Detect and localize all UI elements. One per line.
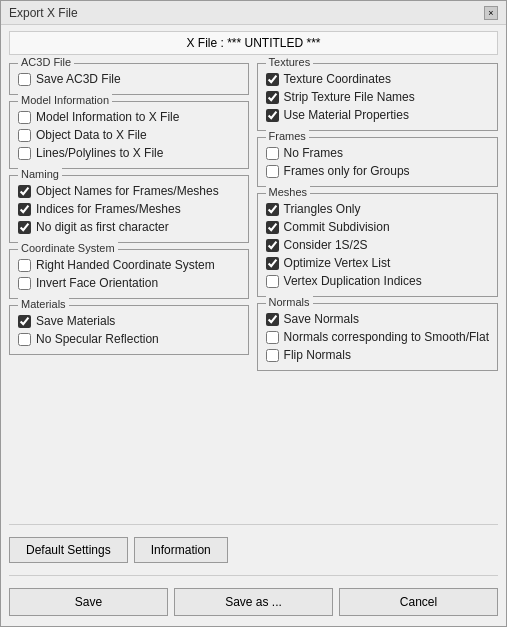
materials-group: Materials Save Materials No Specular Ref… (9, 305, 249, 355)
naming-label: Naming (18, 168, 62, 180)
action-buttons: Default Settings Information (9, 533, 498, 567)
save-materials-checkbox[interactable] (18, 315, 31, 328)
export-x-file-window: Export X File × X File : *** UNTITLED **… (0, 0, 507, 627)
obj-names-checkbox[interactable] (18, 185, 31, 198)
no-digit-label: No digit as first character (36, 220, 169, 234)
strip-tex-row: Strip Texture File Names (266, 88, 489, 106)
invert-face-label: Invert Face Orientation (36, 276, 158, 290)
object-data-x-label: Object Data to X File (36, 128, 147, 142)
no-specular-label: No Specular Reflection (36, 332, 159, 346)
save-ac3d-label: Save AC3D File (36, 72, 121, 86)
close-button[interactable]: × (484, 6, 498, 20)
commit-subdiv-row: Commit Subdivision (266, 218, 489, 236)
no-frames-checkbox[interactable] (266, 147, 279, 160)
invert-face-checkbox[interactable] (18, 277, 31, 290)
triangles-only-checkbox[interactable] (266, 203, 279, 216)
model-info-x-label: Model Information to X File (36, 110, 179, 124)
indices-label: Indices for Frames/Meshes (36, 202, 181, 216)
triangles-only-label: Triangles Only (284, 202, 361, 216)
divider-1 (9, 524, 498, 525)
textures-group: Textures Texture Coordinates Strip Textu… (257, 63, 498, 131)
meshes-label: Meshes (266, 186, 311, 198)
save-as-button[interactable]: Save as ... (174, 588, 333, 616)
ac3d-file-label: AC3D File (18, 56, 74, 68)
save-ac3d-row: Save AC3D File (18, 70, 240, 88)
obj-names-label: Object Names for Frames/Meshes (36, 184, 219, 198)
vertex-dup-row: Vertex Duplication Indices (266, 272, 489, 290)
cancel-button[interactable]: Cancel (339, 588, 498, 616)
flip-normals-checkbox[interactable] (266, 349, 279, 362)
invert-face-row: Invert Face Orientation (18, 274, 240, 292)
normals-label: Normals (266, 296, 313, 308)
save-buttons: Save Save as ... Cancel (9, 584, 498, 620)
xfile-bar: X File : *** UNTITLED *** (9, 31, 498, 55)
xfile-label: X File : *** UNTITLED *** (186, 36, 320, 50)
no-frames-label: No Frames (284, 146, 343, 160)
window-title: Export X File (9, 6, 78, 20)
textures-label: Textures (266, 56, 314, 68)
no-specular-checkbox[interactable] (18, 333, 31, 346)
model-info-x-checkbox[interactable] (18, 111, 31, 124)
right-handed-checkbox[interactable] (18, 259, 31, 272)
flip-normals-label: Flip Normals (284, 348, 351, 362)
lines-polylines-row: Lines/Polylines to X File (18, 144, 240, 162)
no-digit-row: No digit as first character (18, 218, 240, 236)
save-materials-row: Save Materials (18, 312, 240, 330)
tex-coords-checkbox[interactable] (266, 73, 279, 86)
consider-1s2s-checkbox[interactable] (266, 239, 279, 252)
frames-groups-row: Frames only for Groups (266, 162, 489, 180)
lines-polylines-checkbox[interactable] (18, 147, 31, 160)
vertex-dup-label: Vertex Duplication Indices (284, 274, 422, 288)
normals-smooth-label: Normals corresponding to Smooth/Flat (284, 330, 489, 344)
frames-groups-checkbox[interactable] (266, 165, 279, 178)
no-frames-row: No Frames (266, 144, 489, 162)
commit-subdiv-label: Commit Subdivision (284, 220, 390, 234)
save-normals-row: Save Normals (266, 310, 489, 328)
frames-group: Frames No Frames Frames only for Groups (257, 137, 498, 187)
default-settings-button[interactable]: Default Settings (9, 537, 128, 563)
flip-normals-row: Flip Normals (266, 346, 489, 364)
save-ac3d-checkbox[interactable] (18, 73, 31, 86)
model-info-group: Model Information Model Information to X… (9, 101, 249, 169)
strip-tex-checkbox[interactable] (266, 91, 279, 104)
right-column: Textures Texture Coordinates Strip Textu… (257, 63, 498, 518)
save-normals-label: Save Normals (284, 312, 359, 326)
right-handed-label: Right Handed Coordinate System (36, 258, 215, 272)
consider-1s2s-row: Consider 1S/2S (266, 236, 489, 254)
divider-2 (9, 575, 498, 576)
use-material-row: Use Material Properties (266, 106, 489, 124)
coordinate-system-group: Coordinate System Right Handed Coordinat… (9, 249, 249, 299)
model-info-label: Model Information (18, 94, 112, 106)
meshes-group: Meshes Triangles Only Commit Subdivision… (257, 193, 498, 297)
commit-subdiv-checkbox[interactable] (266, 221, 279, 234)
obj-names-row: Object Names for Frames/Meshes (18, 182, 240, 200)
optimize-vertex-row: Optimize Vertex List (266, 254, 489, 272)
frames-groups-label: Frames only for Groups (284, 164, 410, 178)
use-material-label: Use Material Properties (284, 108, 409, 122)
right-handed-row: Right Handed Coordinate System (18, 256, 240, 274)
strip-tex-label: Strip Texture File Names (284, 90, 415, 104)
main-columns: AC3D File Save AC3D File Model Informati… (9, 63, 498, 518)
normals-smooth-checkbox[interactable] (266, 331, 279, 344)
vertex-dup-checkbox[interactable] (266, 275, 279, 288)
frames-label: Frames (266, 130, 309, 142)
tex-coords-row: Texture Coordinates (266, 70, 489, 88)
save-materials-label: Save Materials (36, 314, 115, 328)
save-normals-checkbox[interactable] (266, 313, 279, 326)
object-data-x-checkbox[interactable] (18, 129, 31, 142)
indices-row: Indices for Frames/Meshes (18, 200, 240, 218)
main-content: X File : *** UNTITLED *** AC3D File Save… (1, 25, 506, 626)
ac3d-file-group: AC3D File Save AC3D File (9, 63, 249, 95)
no-digit-checkbox[interactable] (18, 221, 31, 234)
coordinate-system-label: Coordinate System (18, 242, 118, 254)
use-material-checkbox[interactable] (266, 109, 279, 122)
save-button[interactable]: Save (9, 588, 168, 616)
normals-group: Normals Save Normals Normals correspondi… (257, 303, 498, 371)
bottom-area: Default Settings Information Save Save a… (9, 522, 498, 620)
indices-checkbox[interactable] (18, 203, 31, 216)
title-bar: Export X File × (1, 1, 506, 25)
information-button[interactable]: Information (134, 537, 228, 563)
naming-group: Naming Object Names for Frames/Meshes In… (9, 175, 249, 243)
consider-1s2s-label: Consider 1S/2S (284, 238, 368, 252)
optimize-vertex-checkbox[interactable] (266, 257, 279, 270)
